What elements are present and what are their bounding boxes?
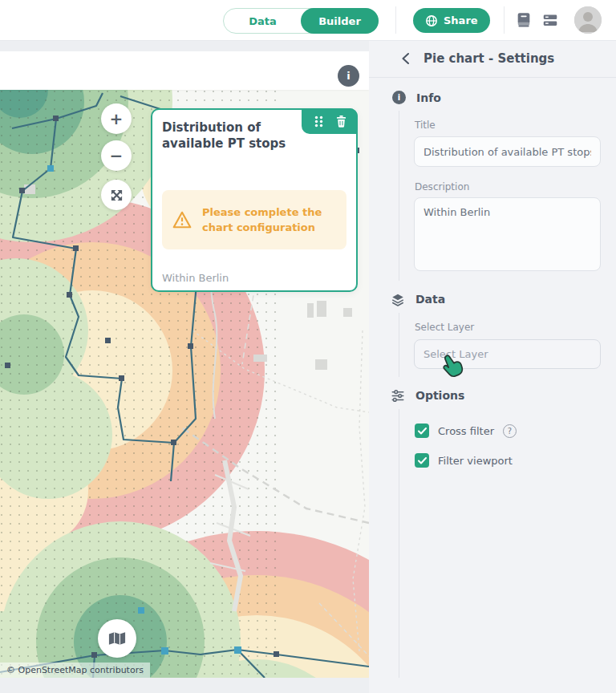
tab-builder-label: Builder [318, 15, 361, 27]
data-connector [399, 313, 399, 377]
sliders-icon [391, 388, 405, 403]
info-icon: i [346, 70, 350, 82]
topbar-divider-2 [504, 6, 505, 34]
title-input[interactable] [414, 136, 601, 167]
views-icon[interactable] [541, 10, 560, 30]
back-icon [401, 52, 410, 65]
cross-filter-checkbox[interactable] [415, 424, 429, 438]
cross-filter-row: Cross filter ? [415, 424, 517, 438]
widget-title: Distribution of available PT stops [162, 120, 314, 152]
expand-button[interactable] [101, 180, 132, 210]
globe-icon [425, 14, 438, 27]
options-connector [399, 409, 399, 678]
warning-text: Please complete the chart configuration [202, 205, 337, 236]
tab-data-label: Data [249, 15, 277, 27]
widget-toolbar [302, 108, 358, 134]
topbar-divider [395, 6, 396, 34]
check-icon [418, 428, 427, 435]
pie-chart-widget-card[interactable]: Distribution of available PT stops Pleas… [151, 108, 358, 292]
attribution-text: © OpenStreetMap contributors [6, 665, 144, 675]
map-attribution: © OpenStreetMap contributors [0, 663, 150, 678]
share-button[interactable]: Share [413, 8, 490, 33]
book-icon[interactable] [514, 10, 533, 30]
filter-viewport-label: Filter viewport [438, 455, 513, 467]
check-icon [418, 457, 427, 464]
select-layer-label: Select Layer [415, 322, 474, 333]
filter-viewport-row: Filter viewport [415, 453, 513, 468]
description-field-label: Description [415, 181, 469, 192]
avatar[interactable] [574, 6, 602, 34]
map-header-bar [0, 51, 369, 90]
map-info-button[interactable]: i [338, 65, 359, 87]
panel-title: Pie chart - Settings [424, 51, 554, 66]
title-field-label: Title [415, 120, 436, 131]
filter-viewport-checkbox[interactable] [415, 453, 429, 468]
info-connector [399, 111, 399, 281]
basemap-icon [108, 631, 126, 646]
zoom-in-button[interactable]: + [101, 103, 132, 134]
settings-panel: Pie chart - Settings i Info Title Descri… [369, 40, 616, 693]
warning-icon [172, 210, 192, 229]
back-button[interactable] [396, 50, 414, 67]
section-data: Data [391, 292, 445, 306]
drag-handle-icon[interactable] [310, 112, 327, 130]
select-layer-input[interactable] [414, 339, 601, 369]
cross-filter-label: Cross filter [438, 425, 494, 437]
description-textarea[interactable]: Within Berlin [414, 197, 601, 271]
trash-icon[interactable] [332, 112, 350, 130]
share-label: Share [444, 14, 478, 26]
chart-warning-banner: Please complete the chart configuration [162, 190, 346, 249]
section-options: Options [391, 388, 464, 403]
tab-data[interactable]: Data [224, 9, 302, 33]
panel-header: Pie chart - Settings [369, 40, 616, 78]
info-section-label: Info [416, 91, 441, 104]
mode-toggle: Data Builder [223, 8, 379, 34]
data-section-label: Data [415, 293, 445, 306]
basemap-button[interactable] [98, 619, 136, 658]
zoom-out-icon: − [110, 146, 124, 165]
info-section-icon: i [392, 91, 406, 104]
zoom-in-icon: + [110, 109, 124, 128]
zoom-out-button[interactable]: − [101, 140, 132, 171]
help-icon[interactable]: ? [503, 424, 517, 438]
options-section-label: Options [415, 389, 464, 402]
tab-builder[interactable]: Builder [301, 8, 379, 34]
widget-caption: Within Berlin [162, 272, 229, 284]
section-info: i Info [392, 91, 441, 104]
expand-icon [110, 188, 124, 202]
layers-icon [391, 292, 405, 306]
